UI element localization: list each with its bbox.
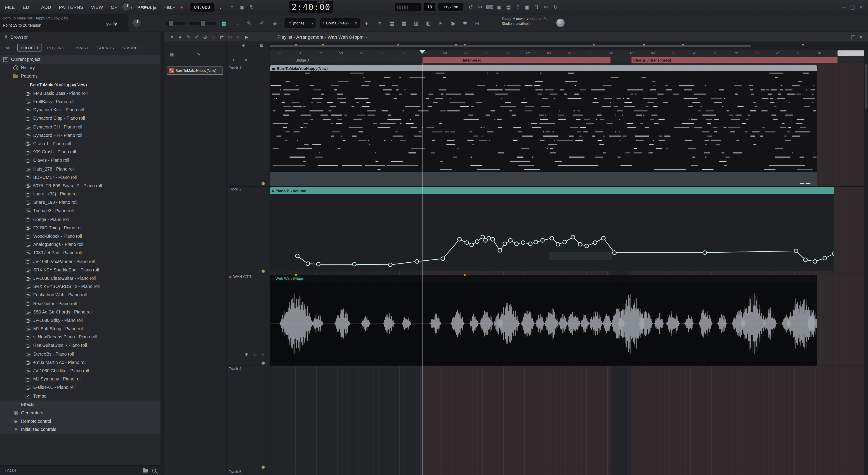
tree-item-jv-1080-voxpanner-piano-roll[interactable]: JV-1080 VoxPanner - Piano roll bbox=[0, 258, 160, 266]
undo-icon[interactable]: ↺ bbox=[466, 3, 475, 11]
tree-item-jv-1080-clearguitar-piano-roll[interactable]: JV-1080 ClearGuitar - Piano roll bbox=[0, 274, 160, 283]
tree-item-emu3-martin-ac-piano-roll[interactable]: emu3 Martin Ac - Piano roll bbox=[0, 358, 160, 367]
playlist-toggle-icon[interactable]: ≡ bbox=[375, 19, 384, 28]
track-lanes[interactable]: ▦ BornToMakeYouHappy(New) ≈ Piano B - Vo… bbox=[270, 63, 868, 475]
tree-item-crash-1-piano-roll[interactable]: Crash 1 - Piano roll bbox=[0, 140, 160, 148]
tree-item-m1-symhony-piano-roll[interactable]: M1 Symhony - Piano roll bbox=[0, 375, 160, 383]
select-tool-icon[interactable]: ▭ bbox=[226, 33, 234, 41]
picker-arrow-icon[interactable]: ▾ bbox=[168, 33, 176, 41]
tree-item-hats-278-piano-roll[interactable]: Hats_278 - Piano roll bbox=[0, 165, 160, 173]
pan-icon[interactable]: ⊕ bbox=[240, 42, 247, 49]
playback-tool-icon[interactable]: ▶ bbox=[243, 33, 251, 41]
play-button[interactable]: ▶ bbox=[151, 3, 159, 11]
mic-icon[interactable]: ◉ bbox=[494, 3, 504, 11]
draw-mode-icon[interactable]: ✎ bbox=[245, 19, 253, 28]
record-button[interactable]: ● bbox=[177, 3, 186, 11]
pattern-song-toggle[interactable]: PAT SONG bbox=[134, 2, 150, 9]
browser-tab-starred[interactable]: STARRED bbox=[119, 43, 144, 51]
metronome-icon[interactable]: ♩ bbox=[217, 3, 227, 11]
add-track-button[interactable]: + bbox=[230, 57, 237, 63]
updown-arrows-icon[interactable]: ⇅ bbox=[4, 35, 8, 39]
tree-section-effects[interactable]: ≈Effects bbox=[0, 400, 160, 409]
playlist-minimize-icon[interactable]: ─ bbox=[841, 32, 849, 41]
shuffle-slider[interactable] bbox=[166, 22, 185, 25]
tree-item-m1-soft-string-piano-roll[interactable]: M1 Soft String - Piano roll bbox=[0, 325, 160, 333]
track-label-track-1[interactable]: Track 1 bbox=[228, 66, 241, 70]
tree-item-snare-190-piano-roll[interactable]: Snare_190 - Piano roll bbox=[0, 198, 160, 207]
tree-item-bdrum17-piano-roll[interactable]: BDRUM17 - Piano roll bbox=[0, 173, 160, 182]
track-label-track-4[interactable]: Track 4 bbox=[228, 367, 241, 370]
master-volume-slider[interactable] bbox=[189, 22, 216, 25]
menu-options[interactable]: OPTIONS bbox=[107, 4, 136, 10]
vertical-scrollbar[interactable] bbox=[864, 50, 868, 475]
step-arrow-icon[interactable]: → bbox=[232, 19, 241, 28]
tree-item-jv-1080-stiky-piano-roll[interactable]: JV-1080 Stiky - Piano roll bbox=[0, 316, 160, 325]
preview-mode-icon[interactable]: ◈ bbox=[270, 19, 279, 28]
slip-tool-icon[interactable]: ⇄ bbox=[217, 33, 226, 41]
draw-tool-icon[interactable]: ✎ bbox=[184, 33, 193, 41]
browser-tab-project[interactable]: PROJECT bbox=[18, 43, 42, 51]
record-arm-icon[interactable]: ◉ bbox=[244, 351, 249, 357]
chat-icon[interactable]: ✉ bbox=[541, 3, 551, 11]
tags-bar[interactable]: TAGS bbox=[0, 465, 160, 475]
automation-clip-body[interactable] bbox=[270, 194, 834, 271]
mute-tool-icon[interactable]: ◌ bbox=[209, 33, 218, 41]
channel-rack-icon[interactable]: ▦ bbox=[400, 19, 408, 28]
tree-item-1080-jet-pad-piano-roll[interactable]: 1080 Jet Pad - Piano roll bbox=[0, 249, 160, 257]
browser-toggle-icon[interactable]: ◧ bbox=[424, 19, 433, 28]
grid-icon[interactable]: ▦ bbox=[258, 42, 265, 49]
tree-item-fx-big-thing-piano-roll[interactable]: FX BIG Thing - Piano roll bbox=[0, 224, 160, 232]
tree-item-srx-key-sparkleepn-piano-roll[interactable]: SRX KEY SparkleEpn - Piano roll bbox=[0, 266, 160, 274]
delete-track-button[interactable]: ✕ bbox=[243, 57, 249, 63]
zoom-tool-icon[interactable]: ○ bbox=[234, 33, 243, 41]
help-icon[interactable]: ? bbox=[513, 3, 523, 11]
hint-mini-knob[interactable] bbox=[112, 21, 117, 26]
tree-item-fm8-basic-bass-piano-roll[interactable]: FM8 Basic Bass - Piano roll bbox=[0, 89, 160, 97]
wait-icon[interactable]: ∩ bbox=[227, 3, 237, 11]
save-icon[interactable]: ▣ bbox=[523, 3, 532, 11]
audio-clip-header[interactable]: ≈ Wah Wah 84bpm bbox=[270, 275, 817, 281]
delete-tool-icon[interactable]: ⊘ bbox=[201, 33, 209, 41]
browser-tab-library[interactable]: LIBRARY bbox=[69, 43, 92, 51]
tree-item-e-slide-01-piano-roll[interactable]: E-slide-01 - Piano roll bbox=[0, 383, 160, 392]
tree-item-pattern-group[interactable]: ♪BornToMakeYouHappy(New) bbox=[0, 81, 160, 89]
menu-add[interactable]: ADD bbox=[37, 4, 55, 10]
notification-text[interactable]: TodayA newer version of FL Studio is ava… bbox=[502, 17, 554, 26]
midi-clip[interactable]: ▦ BornToMakeYouHappy(New) bbox=[270, 65, 817, 186]
horizontal-scrollbar[interactable] bbox=[270, 42, 868, 50]
hint-dial[interactable] bbox=[122, 2, 131, 12]
tempo-display[interactable]: 84.000 bbox=[190, 3, 214, 11]
slide-mode-icon[interactable]: ✐ bbox=[257, 19, 266, 28]
automation-clip[interactable]: ≈ Piano B - Volume bbox=[270, 187, 834, 271]
touch-controller-icon[interactable]: ✱ bbox=[461, 19, 469, 28]
latch-icon[interactable]: ▪ bbox=[260, 351, 266, 357]
menu-file[interactable]: FILE bbox=[1, 4, 19, 10]
midi-keyboard-icon[interactable]: ▤ bbox=[504, 3, 513, 11]
playhead-line[interactable] bbox=[423, 63, 423, 475]
time-display[interactable]: 2:40:00 bbox=[289, 1, 333, 13]
tree-item-dynacord-clap-piano-roll[interactable]: Dynacord Clap - Piano roll bbox=[0, 114, 160, 123]
search-icon[interactable] bbox=[152, 469, 156, 473]
menu-patterns[interactable]: PATTERNS bbox=[55, 4, 87, 10]
tree-item-analogstrings-piano-roll[interactable]: AnalogStrings - Piano roll bbox=[0, 240, 160, 249]
piano-roll-toggle-icon[interactable]: ▤ bbox=[388, 19, 396, 28]
plugin-picker-icon[interactable]: ⊞ bbox=[436, 19, 445, 28]
typing-keyboard-icon[interactable]: ⌨ bbox=[485, 3, 494, 11]
export-icon[interactable]: ⇅ bbox=[532, 3, 541, 11]
browser-tab-all[interactable]: ALL bbox=[2, 43, 16, 51]
tree-item-dynacord-kick-piano-roll[interactable]: Dynacord Kick - Piano roll bbox=[0, 106, 160, 114]
browser-tab-sounds[interactable]: SOUNDS bbox=[94, 43, 117, 51]
channel-rack-toggle-icon[interactable]: ▦ bbox=[219, 19, 228, 28]
add-pattern-button[interactable]: + bbox=[362, 19, 371, 28]
master-pitch-knob[interactable] bbox=[132, 18, 142, 28]
automation-source-icon[interactable]: ✎ bbox=[195, 51, 202, 57]
retro-record-icon[interactable]: ↻ bbox=[247, 3, 257, 11]
track-label-wah-gtr[interactable]: ◉WAH GTR bbox=[228, 275, 251, 279]
cut-icon[interactable]: ✂ bbox=[475, 3, 485, 11]
tree-item-wood-bloock-piano-roll[interactable]: Wood-Bloock - Piano roll bbox=[0, 232, 160, 240]
track-label-track-5[interactable]: Track 5 bbox=[228, 470, 241, 474]
menu-edit[interactable]: EDIT bbox=[19, 4, 37, 10]
menu-view[interactable]: VIEW bbox=[87, 4, 107, 10]
automation-clip-header[interactable]: ≈ Piano B - Volume bbox=[270, 187, 834, 194]
snap-selector[interactable]: ∩ (none) ▾ bbox=[285, 18, 315, 28]
